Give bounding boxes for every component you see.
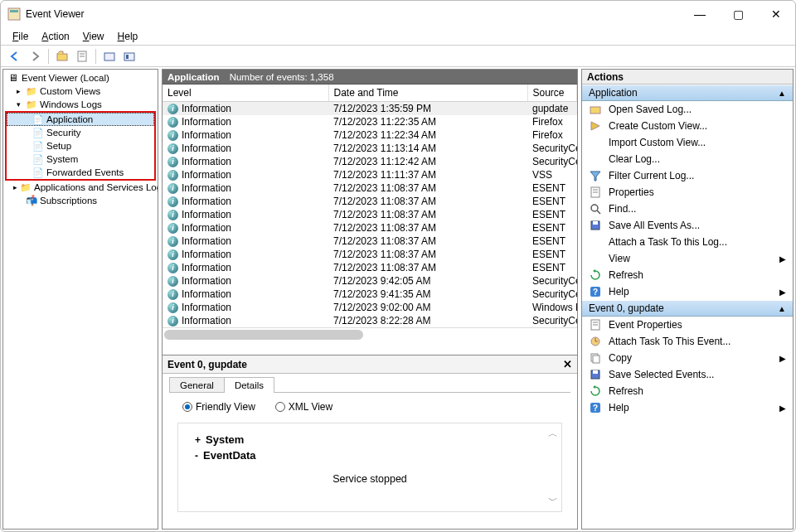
horizontal-scrollbar[interactable] (163, 327, 577, 341)
actions-section-header[interactable]: Event 0, gupdate▲ (582, 300, 793, 317)
info-icon: i (167, 276, 178, 287)
col-level[interactable]: Level (163, 85, 328, 102)
events-header-count: Number of events: 1,358 (230, 72, 334, 82)
table-row[interactable]: iInformation 7/12/2023 8:22:28 AM Securi… (163, 314, 577, 327)
action-item[interactable]: Attach Task To This Event... (582, 333, 793, 350)
action-item[interactable]: Import Custom View... (582, 134, 793, 151)
action-item[interactable]: Save Selected Events... (582, 366, 793, 383)
expander-icon[interactable]: ▸ (13, 86, 23, 96)
action-label: Save Selected Events... (609, 369, 714, 380)
table-row[interactable]: iInformation 7/12/2023 9:41:35 AM Securi… (163, 288, 577, 301)
action-label: Help (609, 286, 629, 297)
minimize-button[interactable]: — (681, 1, 719, 27)
action-item[interactable]: ?Help▶ (582, 283, 793, 300)
tree-system[interactable]: System (7, 152, 154, 166)
menu-help[interactable]: Help (111, 29, 145, 44)
refresh-icon (589, 384, 602, 398)
action-item[interactable]: Open Saved Log... (582, 101, 793, 118)
col-date[interactable]: Date and Time (328, 85, 527, 102)
action-item[interactable]: Find... (582, 201, 793, 217)
details-close-button[interactable]: ✕ (563, 358, 572, 370)
action-item[interactable]: Refresh (582, 267, 793, 283)
svg-text:?: ? (593, 404, 598, 413)
close-button[interactable]: ✕ (757, 1, 795, 27)
table-row[interactable]: iInformation 7/12/2023 11:08:37 AM ESENT (163, 221, 577, 235)
collapse-eventdata-icon[interactable]: - (195, 450, 198, 462)
action-item[interactable]: Create Custom View... (582, 118, 793, 134)
props-icon (589, 318, 602, 331)
menu-action[interactable]: Action (35, 29, 75, 44)
event-date: 7/12/2023 9:02:00 AM (328, 301, 527, 314)
tree-custom-views[interactable]: ▸ Custom Views (3, 85, 158, 98)
expander-icon[interactable]: ▸ (13, 182, 17, 192)
tree-subscriptions[interactable]: ▸ 📬 Subscriptions (3, 194, 158, 207)
tree-label: Forwarded Events (46, 167, 124, 177)
forward-button[interactable] (26, 47, 44, 65)
svg-rect-26 (593, 355, 599, 363)
action-item[interactable]: Filter Current Log... (582, 167, 793, 184)
title-bar: Event Viewer — ▢ ✕ (1, 1, 795, 27)
maximize-button[interactable]: ▢ (719, 1, 757, 27)
table-row[interactable]: iInformation 7/12/2023 11:08:37 AM ESENT (163, 261, 577, 274)
actions-section-header[interactable]: Application▲ (582, 85, 793, 101)
action-label: Attach a Task To this Log... (609, 236, 727, 248)
toolbar-properties-icon[interactable] (73, 47, 91, 65)
tab-details[interactable]: Details (224, 377, 274, 393)
event-level: Information (182, 275, 231, 287)
event-source: SecurityCenter (527, 142, 577, 155)
table-row[interactable]: iInformation 7/12/2023 11:08:37 AM ESENT (163, 195, 577, 208)
action-item[interactable]: Clear Log... (582, 151, 793, 167)
back-button[interactable] (6, 47, 24, 65)
table-row[interactable]: iInformation 7/12/2023 11:08:37 AM ESENT (163, 248, 577, 261)
table-row[interactable]: iInformation 7/12/2023 11:13:14 AM Secur… (163, 142, 577, 155)
scroll-up-icon[interactable]: ︿ (548, 427, 558, 441)
toolbar-filter-icon[interactable] (120, 47, 138, 65)
action-item[interactable]: Attach a Task To this Log... (582, 234, 793, 250)
table-row[interactable]: iInformation 7/12/2023 11:08:37 AM ESENT (163, 208, 577, 221)
action-item[interactable]: Event Properties (582, 317, 793, 333)
expand-system-icon[interactable]: + (195, 434, 201, 446)
table-row[interactable]: iInformation 7/12/2023 1:35:59 PM gupdat… (163, 102, 577, 116)
table-row[interactable]: iInformation 7/12/2023 11:11:37 AM VSS (163, 168, 577, 181)
action-item[interactable]: Save All Events As... (582, 217, 793, 234)
action-item[interactable]: Refresh (582, 383, 793, 399)
tab-general[interactable]: General (169, 377, 225, 393)
table-row[interactable]: iInformation 7/12/2023 11:12:42 AM Secur… (163, 155, 577, 168)
tree-application[interactable]: Application (7, 113, 154, 126)
save-icon (589, 219, 602, 232)
toolbar-find-icon[interactable] (100, 47, 119, 65)
action-item[interactable]: Properties (582, 184, 793, 201)
table-row[interactable]: iInformation 7/12/2023 11:22:35 AM Firef… (163, 115, 577, 128)
table-row[interactable]: iInformation 7/12/2023 9:02:00 AM Window… (163, 301, 577, 314)
find-icon (589, 202, 602, 215)
table-row[interactable]: iInformation 7/12/2023 11:22:34 AM Firef… (163, 128, 577, 142)
event-date: 7/12/2023 11:08:37 AM (328, 235, 527, 248)
action-label: Filter Current Log... (609, 170, 694, 181)
action-item[interactable]: Copy▶ (582, 350, 793, 366)
tree-windows-logs[interactable]: ▾ Windows Logs (3, 98, 158, 111)
event-level: Information (182, 156, 231, 167)
scroll-down-icon[interactable]: ﹀ (548, 494, 558, 508)
tree-label: Application (46, 114, 93, 124)
radio-friendly-view[interactable]: Friendly View (182, 401, 255, 413)
menu-file[interactable]: File (6, 29, 35, 44)
action-item[interactable]: View▶ (582, 250, 793, 267)
col-source[interactable]: Source (527, 85, 577, 102)
table-row[interactable]: iInformation 7/12/2023 9:42:05 AM Securi… (163, 274, 577, 288)
tree-root[interactable]: 🖥 Event Viewer (Local) (3, 71, 158, 85)
tree-setup[interactable]: Setup (7, 139, 154, 152)
tree-forwarded-events[interactable]: Forwarded Events (7, 166, 154, 179)
blank-icon (589, 152, 602, 166)
event-table[interactable]: Level Date and Time Source iInformation … (163, 85, 577, 355)
menu-view[interactable]: View (76, 29, 111, 44)
tree-app-services-logs[interactable]: ▸ Applications and Services Logs (3, 181, 158, 194)
tree-security[interactable]: Security (7, 126, 154, 139)
toolbar-open-icon[interactable] (53, 47, 71, 65)
action-label: Copy (609, 352, 632, 364)
expander-icon[interactable]: ▾ (13, 99, 23, 109)
table-row[interactable]: iInformation 7/12/2023 11:08:37 AM ESENT (163, 181, 577, 195)
action-item[interactable]: ?Help▶ (582, 399, 793, 416)
radio-xml-view[interactable]: XML View (275, 401, 332, 413)
log-icon (32, 114, 44, 125)
table-row[interactable]: iInformation 7/12/2023 11:08:37 AM ESENT (163, 235, 577, 248)
